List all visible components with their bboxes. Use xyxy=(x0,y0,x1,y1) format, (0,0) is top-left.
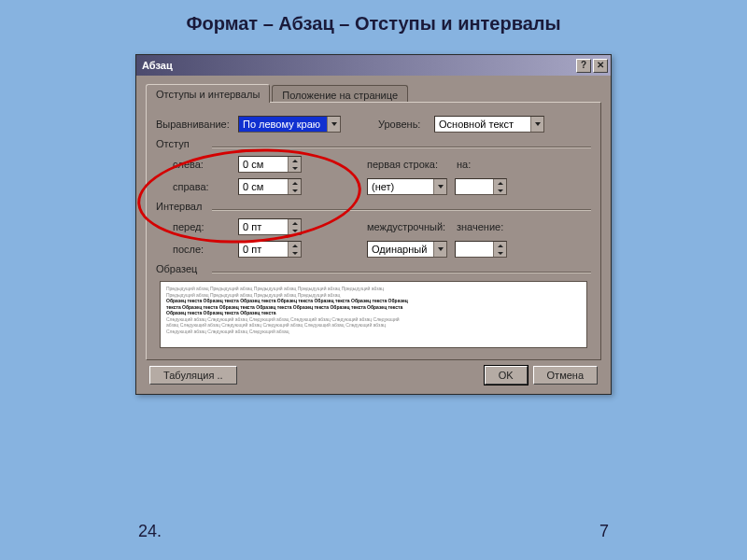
before-spinner[interactable]: 0 пт xyxy=(238,218,302,235)
at-label: значение: xyxy=(457,221,509,232)
ok-button[interactable]: OK xyxy=(485,366,528,385)
paragraph-dialog: Абзац ? ✕ Отступы и интервалы Положение … xyxy=(135,54,612,395)
indent-left-label: слева: xyxy=(173,159,238,170)
spin-up-icon[interactable] xyxy=(288,157,301,164)
alignment-combo[interactable]: По левому краю xyxy=(238,116,341,133)
firstline-label: первая строка: xyxy=(367,159,457,170)
before-value: 0 пт xyxy=(239,221,288,232)
level-value: Основной текст xyxy=(435,119,530,130)
spin-down-icon[interactable] xyxy=(288,164,301,172)
spin-down-icon[interactable] xyxy=(288,249,301,257)
level-combo[interactable]: Основной текст xyxy=(434,116,544,133)
indent-group-label: Отступ xyxy=(156,138,591,149)
spacing-group-label: Интервал xyxy=(156,201,591,212)
tab-panel: Выравнивание: По левому краю Уровень: Ос… xyxy=(146,102,601,360)
firstline-value: (нет) xyxy=(368,181,433,192)
chevron-down-icon[interactable] xyxy=(327,117,340,132)
spin-up-icon[interactable] xyxy=(493,242,506,249)
spin-down-icon[interactable] xyxy=(288,227,301,234)
preview-group-label: Образец xyxy=(156,263,591,274)
level-label: Уровень: xyxy=(378,119,434,130)
at-spinner[interactable] xyxy=(455,241,507,258)
tab-position[interactable]: Положение на странице xyxy=(272,85,408,104)
close-button[interactable]: ✕ xyxy=(593,59,608,73)
indent-right-label: справа: xyxy=(173,181,238,192)
spin-up-icon[interactable] xyxy=(288,219,301,227)
titlebar-text: Абзац xyxy=(142,60,576,71)
titlebar[interactable]: Абзац ? ✕ xyxy=(136,55,611,76)
spin-up-icon[interactable] xyxy=(288,242,301,249)
footer-left: 24. xyxy=(138,522,162,541)
spin-up-icon[interactable] xyxy=(493,179,506,187)
slide-title: Формат – Абзац – Отступы и интервалы xyxy=(0,0,747,42)
line-spacing-combo[interactable]: Одинарный xyxy=(367,241,447,258)
indent-right-value: 0 см xyxy=(239,181,288,192)
before-label: перед: xyxy=(173,221,238,232)
alignment-value: По левому краю xyxy=(239,119,327,130)
cancel-button[interactable]: Отмена xyxy=(533,366,598,385)
spin-down-icon[interactable] xyxy=(493,249,506,257)
chevron-down-icon[interactable] xyxy=(433,242,446,257)
after-label: после: xyxy=(173,244,238,255)
indent-right-spinner[interactable]: 0 см xyxy=(238,178,302,195)
firstline-combo[interactable]: (нет) xyxy=(367,178,447,195)
preview-box: Предыдущий абзац Предыдущий абзац Предыд… xyxy=(160,281,587,348)
after-spinner[interactable]: 0 пт xyxy=(238,241,302,258)
by-spinner[interactable] xyxy=(455,178,507,195)
line-spacing-value: Одинарный xyxy=(368,244,433,255)
tabs-button[interactable]: Табуляция .. xyxy=(149,366,237,385)
spin-down-icon[interactable] xyxy=(288,187,301,194)
tab-indents[interactable]: Отступы и интервалы xyxy=(146,84,270,103)
indent-left-value: 0 см xyxy=(239,159,288,170)
indent-left-spinner[interactable]: 0 см xyxy=(238,156,302,173)
by-label: на: xyxy=(457,159,494,170)
help-button[interactable]: ? xyxy=(576,59,591,73)
alignment-label: Выравнивание: xyxy=(156,119,238,130)
after-value: 0 пт xyxy=(239,244,288,255)
chevron-down-icon[interactable] xyxy=(433,179,446,194)
line-spacing-label: междустрочный: xyxy=(367,221,457,232)
footer-right: 7 xyxy=(599,522,609,541)
spin-down-icon[interactable] xyxy=(493,187,506,194)
chevron-down-icon[interactable] xyxy=(530,117,543,132)
spin-up-icon[interactable] xyxy=(288,179,301,187)
